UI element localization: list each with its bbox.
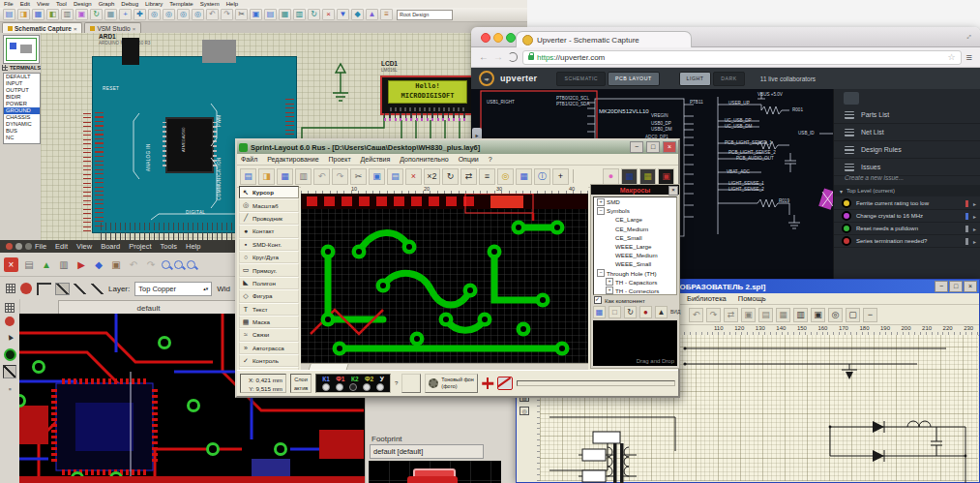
export-icon[interactable]: ▶	[74, 257, 88, 271]
zoom-icon[interactable]: ◎	[497, 168, 514, 185]
browser-menu-icon[interactable]: ≡	[966, 51, 972, 63]
grid-icon[interactable]	[6, 284, 15, 293]
sidebar-parts-list[interactable]: Parts List	[834, 106, 980, 124]
menu-item[interactable]: Edit	[55, 242, 68, 251]
terminal-item[interactable]: DEFAULT	[4, 74, 40, 80]
menu-item[interactable]: View	[37, 1, 49, 7]
tree-expand-icon[interactable]: +	[597, 198, 605, 206]
minimize-button[interactable]	[15, 243, 22, 250]
footprint-select[interactable]: default [default]	[370, 444, 484, 459]
menu-item[interactable]: Помощь	[738, 294, 766, 303]
minimize-button[interactable]: −	[935, 281, 948, 292]
redo-icon[interactable]: ↷	[332, 168, 348, 185]
macro-tree-item[interactable]: WEEE_Medium	[594, 251, 676, 259]
macro-export-icon[interactable]: ▲	[655, 306, 668, 318]
macro-tree-item[interactable]: CE_Small	[594, 233, 676, 242]
sprint-titlebar[interactable]: Sprint-Layout 6.0 Rus - [D:\Users\Саша\D…	[237, 140, 678, 154]
print-icon[interactable]: ▥	[57, 257, 71, 271]
maximize-button[interactable]: □	[949, 281, 963, 292]
crosshair-icon[interactable]	[482, 377, 493, 389]
tree-expand-icon[interactable]: +	[606, 287, 613, 294]
layer-chip[interactable]: Ф2	[365, 376, 373, 382]
macro-tree-item[interactable]: CE_Medium	[594, 225, 676, 233]
close-button[interactable]: ×	[964, 281, 977, 292]
search-icon[interactable]: ◎	[828, 308, 843, 322]
panel-grid-icon[interactable]	[844, 92, 859, 105]
packaging-icon[interactable]: ▲	[366, 9, 378, 20]
forward-icon[interactable]: →	[493, 52, 503, 62]
save-icon[interactable]: ▦	[32, 9, 45, 20]
tool-cursor[interactable]: ↖ Курсор	[239, 186, 299, 198]
macro-tree-item[interactable]: CE_Large	[594, 215, 676, 224]
redo-icon[interactable]: ↷	[221, 9, 233, 20]
tool-autoroute[interactable]: » Автотрасса	[239, 342, 299, 354]
route-style-line-icon[interactable]	[91, 284, 104, 294]
macro-tree-item[interactable]: − Through Hole (TH)	[594, 269, 676, 278]
lcd-display-part[interactable]: Hello! MICRODIGISOFT	[380, 75, 475, 115]
theme-dark[interactable]: DARK	[713, 72, 744, 86]
undo-icon[interactable]: ↶	[206, 9, 219, 20]
snap-icon[interactable]: ▦	[776, 308, 790, 322]
cut-icon[interactable]: ✂	[350, 168, 367, 185]
zoom-tool-icon[interactable]: ◎	[519, 405, 530, 416]
tool-smd-pad[interactable]: ▪ SMD-Конт.	[239, 238, 299, 251]
tool-mask[interactable]: ▦ Маска	[239, 316, 299, 328]
layer-radio[interactable]	[336, 383, 343, 391]
rotate-left-icon[interactable]: ↶	[689, 308, 703, 322]
tool-shape[interactable]: ◇ Фигура	[239, 289, 299, 302]
menu-item[interactable]: Project	[129, 242, 151, 251]
tool-polygon[interactable]: ◣ Полигон	[239, 277, 299, 289]
macro-tree-item[interactable]: WEEE_Large	[594, 242, 676, 251]
new-icon[interactable]: ▤	[240, 168, 256, 185]
maximize-button[interactable]	[506, 33, 516, 43]
macros-header[interactable]: Макросы ×	[591, 185, 679, 195]
issue-row[interactable]: Change crystal to 16 MHz ▸	[834, 210, 980, 223]
sprint-pcb-canvas[interactable]	[301, 194, 588, 363]
issue-row[interactable]: Series termination needed? ▸	[834, 235, 980, 248]
redo-icon[interactable]: ↷	[144, 257, 158, 271]
zoom-out-icon[interactable]: −	[863, 308, 877, 322]
duplicate-icon[interactable]: ×2	[424, 168, 440, 185]
layer-chip[interactable]: Ф1	[336, 376, 344, 382]
help-mark[interactable]: ?	[395, 380, 398, 386]
route-style-45-icon[interactable]	[56, 284, 69, 294]
marked-zone-icon[interactable]: ▣	[75, 9, 88, 20]
fullscreen-icon[interactable]: ↔	[962, 29, 974, 42]
via-tool-icon[interactable]	[4, 348, 16, 361]
overview-pane[interactable]	[3, 35, 40, 64]
menu-item[interactable]: Template	[169, 1, 193, 7]
layer-radio[interactable]	[376, 383, 384, 391]
open-icon[interactable]: ◨	[17, 9, 30, 20]
macro-record-icon[interactable]: ●	[639, 306, 652, 318]
terminal-item[interactable]: OUTPUT	[4, 87, 40, 94]
maximize-button[interactable]	[25, 243, 32, 250]
menu-item[interactable]: File	[4, 1, 14, 7]
menu-item[interactable]: Design	[74, 1, 92, 7]
terminal-item[interactable]: GROUND	[4, 107, 40, 114]
tool-test[interactable]: ✓ Контроль	[239, 354, 299, 367]
copy-icon[interactable]: ▣	[369, 168, 385, 185]
line-tool-icon[interactable]	[3, 365, 16, 378]
decompose-icon[interactable]: ≡	[380, 9, 393, 20]
layer-chip[interactable]: К1	[322, 376, 330, 382]
no-photo-icon[interactable]	[497, 377, 513, 390]
top-level-section[interactable]: ▾ Top Level (current)	[834, 185, 980, 196]
tool-circle-arc[interactable]: ○ Круг/Дуга	[239, 251, 299, 263]
terminal-item[interactable]: NC	[4, 135, 40, 141]
route-mode-button[interactable]	[401, 374, 421, 393]
menu-item[interactable]: Файл	[241, 156, 257, 163]
block-delete-icon[interactable]: ×	[322, 9, 335, 20]
refresh-icon[interactable]: ↻	[90, 9, 103, 20]
menu-item[interactable]: Graph	[99, 1, 115, 7]
menu-item[interactable]: Библиотека	[687, 294, 727, 303]
route-style-arc-icon[interactable]	[74, 284, 86, 294]
corner-style-icon[interactable]	[37, 283, 51, 295]
close-button[interactable]: ×	[663, 141, 676, 153]
pan-icon[interactable]: ✚	[134, 9, 146, 20]
macro-save-icon[interactable]: ▦	[593, 306, 606, 318]
menu-item[interactable]: Проект	[329, 156, 351, 163]
menu-item[interactable]: System	[200, 1, 220, 7]
tool-connections[interactable]: ≈ Связи	[239, 328, 299, 341]
terminal-item[interactable]: DYNAMIC	[4, 121, 40, 128]
open-icon[interactable]: ◨	[258, 168, 275, 185]
